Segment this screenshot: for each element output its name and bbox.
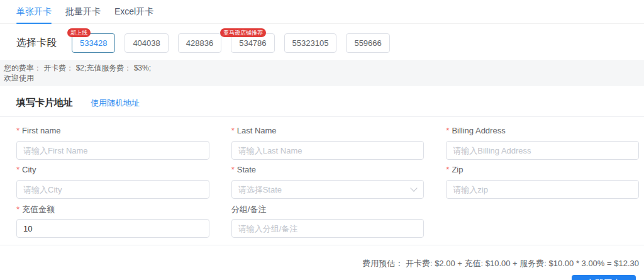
card-segment-value: 533428 (80, 38, 107, 48)
required-mark: * (231, 165, 235, 174)
city-label: *City (16, 165, 209, 175)
field-recharge-amount: *充值金额 (16, 204, 209, 238)
footer: 费用预估： 开卡费: $2.00 + 充值: $10.00 + 服务费: $10… (0, 245, 644, 280)
zip-label: *Zip (446, 165, 639, 175)
card-segment-value: 428836 (186, 38, 213, 48)
tab-batch-card[interactable]: 批量开卡 (65, 6, 101, 23)
card-segment-value: 559666 (354, 38, 381, 48)
required-mark: * (16, 126, 19, 135)
card-segment-value: 534786 (239, 38, 266, 48)
last-name-input[interactable] (231, 141, 425, 160)
tab-single-card[interactable]: 单张开卡 (16, 6, 52, 23)
card-segment-option-404038[interactable]: 404038 (125, 33, 168, 53)
card-segment-option-55323105[interactable]: 55323105 (284, 33, 337, 53)
field-group-remark: 分组/备注 (231, 204, 425, 238)
rate-notice-line2: 欢迎使用 (4, 73, 640, 83)
card-address-form: *First name *Last Name *Billing Address … (0, 117, 644, 238)
empty-cell (446, 204, 639, 238)
field-first-name: *First name (16, 126, 209, 160)
card-segment-value: 55323105 (292, 38, 329, 48)
fee-estimate-text: 费用预估： 开卡费: $2.00 + 充值: $10.00 + 服务费: $10… (0, 258, 639, 269)
rate-notice: 您的费率： 开卡费： $2;充值服务费： $3%; 欢迎使用 (0, 60, 644, 86)
last-name-label: *Last Name (231, 126, 425, 136)
required-mark: * (231, 126, 235, 135)
card-segment-value: 404038 (133, 38, 160, 48)
address-section-title: 填写卡片地址 (16, 97, 73, 109)
state-label: *State (231, 165, 425, 175)
field-state: *State (231, 165, 425, 199)
city-input[interactable] (16, 180, 209, 199)
open-card-submit-button[interactable]: 立即开卡 (572, 275, 636, 280)
field-billing-address: *Billing Address (446, 126, 639, 160)
use-random-address-link[interactable]: 使用随机地址 (91, 98, 140, 109)
billing-address-label: *Billing Address (446, 126, 639, 136)
card-segment-section: 选择卡段 新上线 533428 404038 428836 亚马逊店铺推荐 53… (0, 24, 644, 60)
first-name-input[interactable] (16, 141, 209, 160)
card-segment-option-534786[interactable]: 亚马逊店铺推荐 534786 (231, 33, 274, 53)
card-segment-option-533428[interactable]: 新上线 533428 (72, 33, 115, 53)
first-name-label: *First name (16, 126, 209, 136)
card-segment-option-559666[interactable]: 559666 (346, 33, 389, 53)
tab-bar: 单张开卡 批量开卡 Excel开卡 (0, 0, 644, 24)
rate-notice-line1: 您的费率： 开卡费： $2;充值服务费： $3%; (4, 63, 640, 73)
address-section-header: 填写卡片地址 使用随机地址 (0, 86, 644, 116)
required-mark: * (16, 165, 19, 174)
field-city: *City (16, 165, 209, 199)
field-last-name: *Last Name (231, 126, 425, 160)
new-launch-badge: 新上线 (67, 28, 91, 37)
field-zip: *Zip (446, 165, 639, 199)
recharge-amount-input[interactable] (16, 219, 209, 238)
billing-address-input[interactable] (446, 141, 639, 160)
amazon-recommend-badge: 亚马逊店铺推荐 (220, 28, 266, 37)
card-segment-options: 新上线 533428 404038 428836 亚马逊店铺推荐 534786 … (72, 33, 390, 53)
state-select[interactable] (231, 180, 425, 199)
recharge-amount-label: *充值金额 (16, 204, 209, 214)
required-mark: * (446, 126, 449, 135)
required-mark: * (16, 204, 19, 214)
required-mark: * (446, 165, 449, 174)
group-remark-label: 分组/备注 (231, 204, 425, 214)
card-segment-option-428836[interactable]: 428836 (178, 33, 221, 53)
group-remark-input[interactable] (231, 219, 425, 238)
tab-excel-card[interactable]: Excel开卡 (114, 6, 153, 23)
card-segment-label: 选择卡段 (16, 36, 57, 50)
zip-input[interactable] (446, 180, 639, 199)
